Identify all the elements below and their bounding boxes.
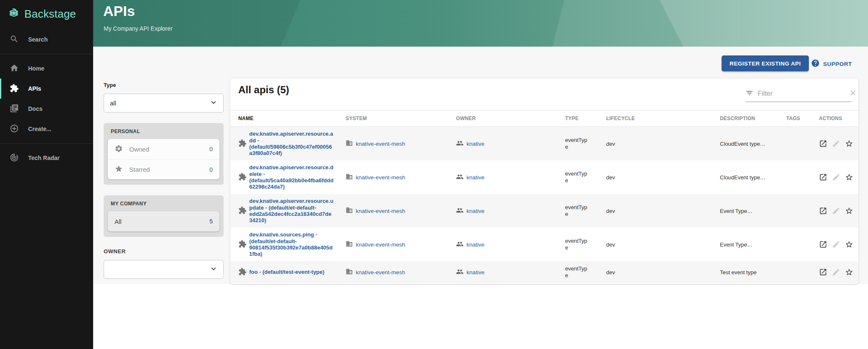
column-header-name[interactable]: NAME: [238, 115, 346, 121]
content-area: REGISTER EXISTING API SUPPORT Type all P…: [93, 47, 868, 349]
table-row: dev.knative.sources.ping - (default/et-d…: [230, 228, 858, 261]
group-icon: [456, 139, 464, 148]
edit-icon[interactable]: [832, 240, 840, 249]
api-table-card: All apis (5) NAME SYSTEM OWNER TYPE LIFE…: [230, 79, 858, 284]
api-kind-icon: [238, 268, 247, 277]
open-in-new-icon[interactable]: [819, 139, 827, 148]
page-header: APIs My Company API Explorer: [93, 0, 868, 47]
api-name-link[interactable]: dev.knative.apiserver.resource.add - (de…: [249, 131, 334, 156]
star-outline-icon[interactable]: [845, 139, 853, 148]
plus-circle-icon: [10, 124, 19, 134]
system-link[interactable]: knative-event-mesh: [356, 208, 405, 214]
star-icon: [115, 165, 123, 174]
sidebar-item-label: Home: [28, 65, 44, 72]
group-icon: [456, 207, 464, 215]
sidebar-item-docs[interactable]: Docs: [0, 99, 93, 119]
filter-panel: Type all PERSONAL Owned 0: [104, 82, 224, 279]
owner-link[interactable]: knative: [467, 141, 485, 147]
sidebar-divider: [0, 143, 93, 144]
owner-filter-label: OWNER: [104, 248, 224, 255]
table-row: foo - (default/test-event-type) knative-…: [230, 261, 858, 283]
table-body: dev.knative.apiserver.resource.add - (de…: [230, 127, 858, 283]
api-lifecycle: dev: [606, 269, 720, 276]
sidebar-item-apis[interactable]: APIs: [0, 79, 93, 99]
edit-icon[interactable]: [832, 173, 840, 181]
column-header-actions: ACTIONS: [819, 115, 858, 121]
system-link[interactable]: knative-event-mesh: [356, 174, 405, 181]
owner-filter-select[interactable]: [104, 260, 224, 279]
api-description: Event Type…: [720, 208, 786, 214]
clear-filter-icon[interactable]: [849, 89, 857, 99]
filter-item-owned[interactable]: Owned 0: [108, 139, 219, 159]
api-lifecycle: dev: [606, 174, 720, 181]
company-group-card: All 5: [108, 211, 219, 231]
column-header-description[interactable]: DESCRIPTION: [720, 115, 786, 121]
edit-icon[interactable]: [832, 139, 840, 148]
api-description: CloudEvent type…: [720, 174, 786, 181]
api-description: Test event type: [720, 269, 786, 276]
filter-item-starred[interactable]: Starred 0: [108, 159, 219, 179]
star-outline-icon[interactable]: [845, 240, 853, 249]
api-name-link[interactable]: dev.knative.sources.ping - (default/et-d…: [249, 231, 334, 257]
owner-link[interactable]: knative: [467, 174, 485, 181]
table-row: dev.knative.apiserver.resource.delete - …: [230, 160, 858, 194]
system-icon: [346, 207, 353, 215]
api-kind-icon: [238, 240, 247, 249]
support-button[interactable]: SUPPORT: [811, 59, 852, 69]
type-filter-select[interactable]: all: [104, 94, 224, 113]
api-name-link[interactable]: dev.knative.apiserver.resource.update - …: [249, 198, 334, 223]
owner-link[interactable]: knative: [467, 269, 485, 276]
column-header-system[interactable]: SYSTEM: [346, 115, 456, 121]
type-filter-value: all: [110, 100, 116, 107]
system-link[interactable]: knative-event-mesh: [356, 141, 405, 147]
sidebar-item-search[interactable]: Search: [0, 29, 93, 50]
sidebar-item-create[interactable]: Create...: [0, 119, 93, 139]
api-type: eventType: [565, 137, 589, 150]
api-kind-icon: [238, 173, 247, 182]
sidebar-item-label: Search: [28, 36, 48, 43]
api-lifecycle: dev: [606, 241, 720, 248]
open-in-new-icon[interactable]: [819, 173, 827, 181]
api-kind-icon: [238, 139, 247, 149]
edit-icon[interactable]: [832, 268, 840, 276]
api-name-link[interactable]: dev.knative.apiserver.resource.delete - …: [249, 164, 334, 190]
edit-icon[interactable]: [832, 207, 840, 215]
search-icon: [10, 34, 19, 45]
table-title: All apis (5): [238, 84, 289, 96]
register-existing-api-button[interactable]: REGISTER EXISTING API: [722, 55, 809, 71]
column-header-tags[interactable]: TAGS: [786, 115, 819, 121]
backstage-logo-text: Backstage: [24, 8, 76, 21]
owner-link[interactable]: knative: [467, 241, 485, 248]
star-outline-icon[interactable]: [845, 207, 853, 215]
sidebar-item-home[interactable]: Home: [0, 58, 93, 79]
api-type: eventType: [565, 265, 589, 278]
star-outline-icon[interactable]: [845, 268, 853, 276]
open-in-new-icon[interactable]: [819, 207, 827, 215]
backstage-logo[interactable]: Backstage: [0, 0, 93, 22]
column-header-owner[interactable]: OWNER: [456, 115, 565, 121]
api-name-link[interactable]: foo - (default/test-event-type): [249, 269, 334, 275]
table-header-row: NAME SYSTEM OWNER TYPE LIFECYCLE DESCRIP…: [230, 110, 858, 127]
group-icon: [456, 173, 464, 182]
owner-link[interactable]: knative: [467, 208, 485, 214]
api-description: CloudEvent type…: [720, 141, 786, 147]
sidebar-item-tech-radar[interactable]: Tech Radar: [0, 148, 93, 168]
open-in-new-icon[interactable]: [819, 268, 827, 276]
filter-item-all[interactable]: All 5: [108, 211, 219, 231]
column-header-lifecycle[interactable]: LIFECYCLE: [606, 115, 720, 121]
table-filter-field: [745, 89, 852, 102]
system-link[interactable]: knative-event-mesh: [356, 241, 405, 248]
star-outline-icon[interactable]: [845, 173, 853, 181]
table-filter-input[interactable]: [758, 90, 845, 97]
system-link[interactable]: knative-event-mesh: [356, 269, 405, 276]
system-icon: [346, 173, 353, 181]
api-type: eventType: [565, 204, 589, 217]
chevron-down-icon: [209, 98, 218, 108]
help-icon: [811, 59, 820, 69]
page-title: APIs: [103, 2, 135, 20]
open-in-new-icon[interactable]: [819, 240, 827, 249]
page-subtitle: My Company API Explorer: [104, 25, 172, 32]
column-header-type[interactable]: TYPE: [565, 115, 606, 121]
personal-group-title: PERSONAL: [111, 129, 219, 134]
system-icon: [346, 139, 353, 148]
